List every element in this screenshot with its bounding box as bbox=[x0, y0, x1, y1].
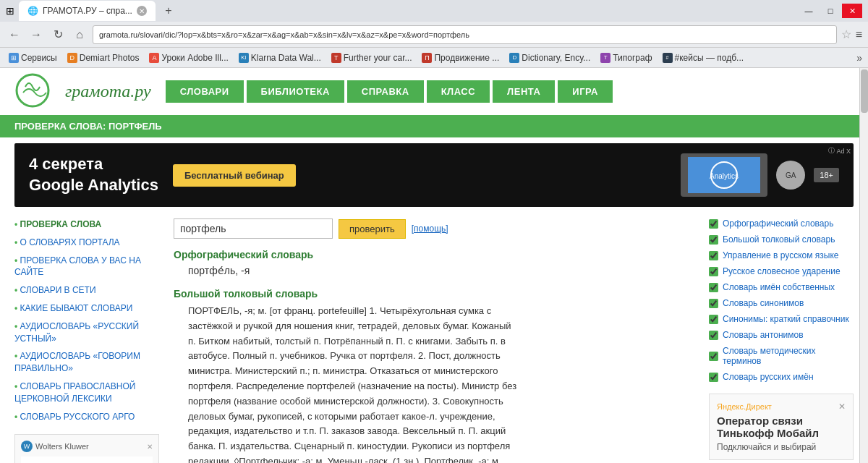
bookmark-typograf[interactable]: T Типограф bbox=[597, 51, 655, 64]
orfo-dict-link[interactable]: Орфографический словарь bbox=[174, 249, 694, 260]
yandex-direct-label: Яндекс.Директ bbox=[717, 402, 772, 411]
check-button[interactable]: проверить bbox=[339, 219, 406, 239]
sidebar-link-audioslovar-pravilno[interactable]: АУДИОСЛОВАРЬ «ГОВОРИМ ПРАВИЛЬНО» bbox=[14, 350, 159, 375]
bookmark-keys[interactable]: # #кейсы — подб... bbox=[660, 51, 747, 64]
site-logo bbox=[14, 72, 51, 111]
nav-klass[interactable]: КЛАСС bbox=[427, 80, 490, 103]
checkbox-antonimov[interactable]: Словарь антонимов bbox=[709, 330, 854, 340]
checkbox-sinonimov-kratko-input[interactable] bbox=[709, 315, 718, 324]
checkbox-tolkovyi-input[interactable] bbox=[709, 235, 718, 245]
bookmark-star-icon[interactable]: ☆ bbox=[841, 27, 851, 41]
sidebar-link-kakie-byvayut[interactable]: КАКИЕ БЫВАЮТ СЛОВАРИ bbox=[14, 302, 159, 315]
checkbox-udarenie-input[interactable] bbox=[709, 267, 718, 276]
orfo-word: портфе́ль, -я bbox=[188, 265, 250, 276]
sidebar-ad-brand: Wolters Kluwer bbox=[35, 442, 89, 451]
svg-text:Analytics: Analytics bbox=[710, 172, 739, 180]
bookmark-icon-prodvizhenie: П bbox=[422, 53, 432, 63]
scrollbar-thumb[interactable] bbox=[861, 69, 868, 113]
ad-banner: 4 секретаGoogle Analytics Бесплатный веб… bbox=[14, 143, 854, 207]
menu-icon[interactable]: ≡ bbox=[856, 28, 862, 41]
checkbox-sinonimov-kratko[interactable]: Синонимы: краткий справочник bbox=[709, 314, 854, 324]
bookmark-label-further: Further your car... bbox=[344, 53, 412, 63]
bottom-right-ad-text: Подключайся и выбирай bbox=[717, 442, 846, 452]
sidebar-link-audioslovar-ustny[interactable]: АУДИОСЛОВАРЬ «РУССКИЙ УСТНЫЙ» bbox=[14, 320, 159, 345]
checkbox-russkih-imen-label: Словарь русских имён bbox=[723, 372, 814, 382]
browser-tab[interactable]: 🌐 ГРАМОТА.РУ – спра... ✕ bbox=[19, 1, 156, 21]
nav-slovari[interactable]: СЛОВАРИ bbox=[166, 80, 244, 103]
checkbox-orfo-input[interactable] bbox=[709, 219, 718, 229]
checkbox-metodich[interactable]: Словарь методических терминов bbox=[709, 346, 854, 366]
checkbox-udarenie-label: Русское словесное ударение bbox=[723, 266, 841, 276]
bookmark-servisy[interactable]: ⊞ Сервисы bbox=[6, 51, 60, 64]
ad-banner-right: Analytics GA 18+ bbox=[681, 153, 839, 197]
ad-banner-cta-button[interactable]: Бесплатный вебинар bbox=[173, 164, 296, 187]
sidebar-link-proverka-u-vas[interactable]: ПРОВЕРКА СЛОВА У ВАС НА САЙТЕ bbox=[14, 255, 159, 279]
bookmark-icon-adobe: A bbox=[149, 53, 159, 63]
checkbox-russkih-imen-input[interactable] bbox=[709, 373, 718, 382]
ad-icon: ⓘ bbox=[828, 146, 835, 156]
minimize-button[interactable]: — bbox=[799, 4, 819, 18]
age-badge: 18+ bbox=[814, 168, 839, 182]
bookmark-adobe[interactable]: A Уроки Adobe Ill... bbox=[146, 51, 231, 64]
sidebar-link-o-slovaryakh[interactable]: О СЛОВАРЯХ ПОРТАЛА bbox=[14, 237, 159, 249]
checkbox-metodich-input[interactable] bbox=[709, 352, 718, 361]
ad-label: ⓘ Ad X bbox=[828, 146, 851, 156]
checkbox-tolkovyi-label: Большой толковый словарь bbox=[723, 234, 835, 245]
checkbox-antonimov-label: Словарь антонимов bbox=[723, 330, 804, 340]
new-tab-button[interactable]: + bbox=[158, 1, 179, 21]
home-button[interactable]: ⌂ bbox=[71, 26, 88, 43]
bookmark-prodvizhenie[interactable]: П Продвижение ... bbox=[419, 51, 502, 64]
bookmark-klarna[interactable]: Kl Klarna Data Wal... bbox=[236, 51, 324, 64]
orfo-section: Орфографический словарь портфе́ль, -я bbox=[174, 249, 694, 276]
tab-favicon: 🌐 bbox=[27, 6, 38, 16]
close-ad-icon[interactable]: ✕ bbox=[147, 443, 153, 451]
nav-spravka[interactable]: СПРАВКА bbox=[347, 80, 424, 103]
tab-close-button[interactable]: ✕ bbox=[137, 6, 147, 16]
checkbox-sinonimov[interactable]: Словарь синонимов bbox=[709, 298, 854, 308]
checkbox-upravlenie-input[interactable] bbox=[709, 251, 718, 260]
checkbox-tolkovyi[interactable]: Большой толковый словарь bbox=[709, 234, 854, 245]
refresh-button[interactable]: ↻ bbox=[49, 26, 67, 43]
help-link[interactable]: [помощь] bbox=[412, 224, 448, 234]
back-button[interactable]: ← bbox=[6, 26, 23, 43]
nav-biblioteka[interactable]: БИБЛИОТЕКА bbox=[247, 80, 344, 103]
bookmark-dictionary[interactable]: D Dictionary, Ency... bbox=[506, 51, 593, 64]
close-button[interactable]: ✕ bbox=[842, 4, 862, 18]
bookmark-label-demiart: Demiart Photos bbox=[80, 53, 140, 63]
sidebar-link-slovari-v-seti[interactable]: СЛОВАРИ В СЕТИ bbox=[14, 284, 159, 297]
bookmarks-more-button[interactable]: » bbox=[856, 52, 862, 64]
bookmarks-bar: ⊞ Сервисы D Demiart Photos A Уроки Adobe… bbox=[0, 48, 868, 68]
checkbox-sinonimov-input[interactable] bbox=[709, 299, 718, 308]
bookmark-icon-further: T bbox=[331, 53, 341, 63]
bottom-right-ad-close-icon[interactable]: ✕ bbox=[838, 402, 846, 412]
bookmark-icon-keys: # bbox=[663, 53, 673, 63]
checkbox-russkih-imen[interactable]: Словарь русских имён bbox=[709, 372, 854, 382]
bookmark-label-adobe: Уроки Adobe Ill... bbox=[161, 53, 228, 63]
address-bar[interactable] bbox=[93, 25, 837, 44]
sidebar-link-proverka-slova[interactable]: ПРОВЕРКА СЛОВА bbox=[14, 218, 159, 231]
checkbox-antonimov-input[interactable] bbox=[709, 331, 718, 340]
bookmark-icon-dictionary: D bbox=[509, 53, 519, 63]
search-row: проверить [помощь] bbox=[174, 218, 694, 239]
sidebar-link-pravoslavny[interactable]: СЛОВАРЬ ПРАВОСЛАВНОЙ ЦЕРКОВНОЙ ЛЕКСИКИ bbox=[14, 381, 159, 405]
sidebar-ad-content: Ga voor goud. De Collegebundel Personal … bbox=[21, 456, 153, 463]
bookmark-further[interactable]: T Further your car... bbox=[328, 51, 415, 64]
checkbox-orfo[interactable]: Орфографический словарь bbox=[709, 218, 854, 229]
checkbox-upravlenie[interactable]: Управление в русском языке bbox=[709, 250, 854, 260]
right-panel: Орфографический словарь Большой толковый… bbox=[709, 218, 854, 463]
sidebar-link-argo[interactable]: СЛОВАРЬ РУССКОГО АРГО bbox=[14, 411, 159, 423]
nav-igra[interactable]: ИГРА bbox=[558, 80, 613, 103]
bookmark-demiart[interactable]: D Demiart Photos bbox=[64, 51, 142, 64]
scrollbar[interactable] bbox=[859, 68, 868, 463]
wolters-icon: W bbox=[21, 441, 33, 452]
checkbox-imen-input[interactable] bbox=[709, 283, 718, 292]
nav-lenta[interactable]: ЛЕНТА bbox=[493, 80, 555, 103]
word-input[interactable] bbox=[174, 218, 333, 239]
ad-label-text: Ad X bbox=[836, 148, 851, 155]
ad-banner-image: Analytics bbox=[681, 153, 767, 197]
checkbox-udarenie[interactable]: Русское словесное ударение bbox=[709, 266, 854, 276]
maximize-button[interactable]: □ bbox=[820, 4, 841, 18]
forward-button[interactable]: → bbox=[27, 26, 45, 43]
checkbox-imen[interactable]: Словарь имён собственных bbox=[709, 282, 854, 292]
big-dict-link[interactable]: Большой толковый словарь bbox=[174, 288, 694, 300]
